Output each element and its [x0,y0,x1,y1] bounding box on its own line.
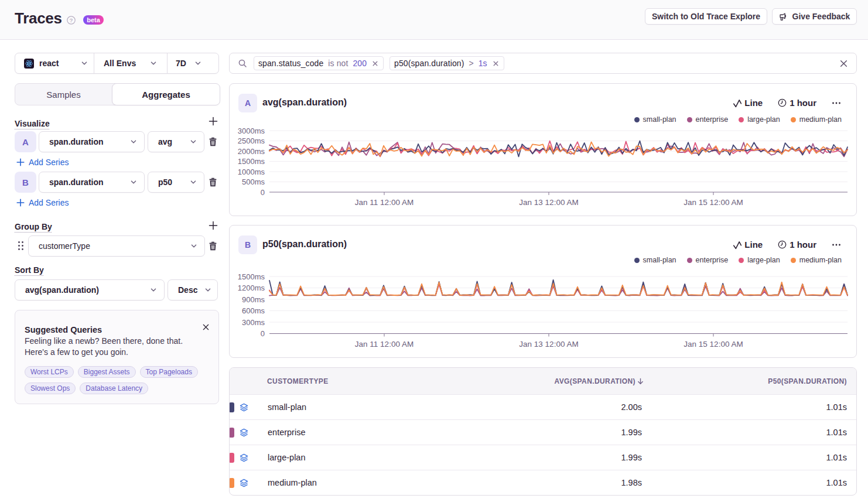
svg-text:900ms: 900ms [242,295,265,304]
svg-text:3000ms: 3000ms [238,127,265,135]
svg-text:Jan 13 12:00 AM: Jan 13 12:00 AM [519,340,578,349]
svg-text:0: 0 [261,188,265,197]
svg-text:Jan 13 12:00 AM: Jan 13 12:00 AM [519,198,578,207]
svg-text:500ms: 500ms [242,177,265,186]
svg-text:1000ms: 1000ms [238,168,265,176]
svg-text:1500ms: 1500ms [238,272,265,281]
svg-text:Jan 15 12:00 AM: Jan 15 12:00 AM [684,340,743,349]
svg-text:Jan 11 12:00 AM: Jan 11 12:00 AM [355,198,414,207]
svg-text:Jan 11 12:00 AM: Jan 11 12:00 AM [355,340,414,349]
svg-text:600ms: 600ms [242,306,265,315]
svg-text:300ms: 300ms [242,318,265,327]
svg-text:1500ms: 1500ms [238,157,265,166]
svg-text:2500ms: 2500ms [238,136,265,145]
svg-text:2000ms: 2000ms [238,147,265,156]
svg-text:?: ? [70,17,73,23]
svg-text:Jan 15 12:00 AM: Jan 15 12:00 AM [684,198,743,207]
svg-text:1200ms: 1200ms [238,284,265,292]
svg-text:0: 0 [261,329,265,338]
